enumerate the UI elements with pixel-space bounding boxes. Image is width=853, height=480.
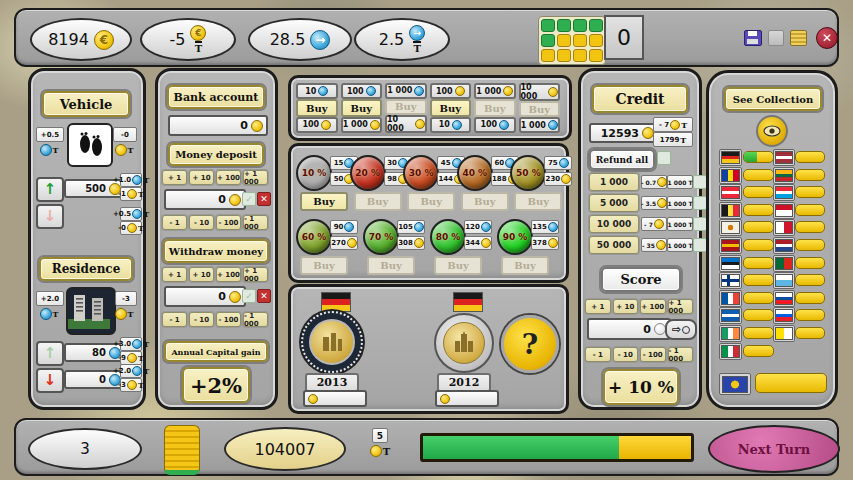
exchange-buy-button[interactable]: Buy (430, 99, 472, 116)
loan-amount-button[interactable]: 50 000 (589, 236, 639, 254)
loan-amount-button[interactable]: 1 000 (589, 173, 639, 191)
withdraw-plus-button[interactable]: + 100 (216, 267, 241, 282)
market-price-money: 230 (544, 172, 572, 186)
deposit-minus-button[interactable]: - 1 000 (243, 215, 268, 230)
mini-grid-cell-yellow (573, 49, 587, 62)
refund-confirm-icon[interactable] (657, 151, 671, 165)
year-progress-fill (423, 436, 619, 459)
euro-coin-2013[interactable] (301, 311, 363, 373)
withdraw-plus-row: + 1+ 10+ 100+ 1 000 (162, 267, 268, 280)
vehicle-downgrade-gain: +0.5T (120, 207, 142, 221)
value: 90 (334, 223, 344, 231)
slovakia-flag (775, 292, 793, 305)
score-convert-button[interactable]: ⇨ (665, 319, 697, 340)
value: 10 000 (521, 83, 547, 101)
save-icon[interactable] (744, 30, 762, 46)
loan-take-icon[interactable] (693, 196, 707, 210)
market-offer: 70 %105308Buy (363, 218, 427, 274)
score-plus-button[interactable]: + 1 000 (668, 299, 694, 314)
residence-image[interactable] (66, 287, 116, 335)
market-price-money: 344 (464, 236, 492, 250)
income-per-turn-top: 5 (372, 428, 388, 443)
exchange-pay-amount: 10 000 (385, 115, 427, 133)
income-per-turn-unit: T (368, 444, 392, 458)
next-turn-button[interactable]: Next Turn (708, 425, 840, 473)
buildings-icon (68, 289, 110, 329)
withdraw-confirm-icon[interactable]: ✓ (242, 289, 256, 303)
value: +1.0 (113, 176, 131, 184)
score-minus-button[interactable]: - 1 (585, 347, 611, 362)
withdraw-plus-button[interactable]: + 1 (162, 267, 187, 282)
deposit-plus-button[interactable]: + 100 (216, 170, 241, 185)
blank-tool-icon[interactable] (768, 30, 784, 46)
deposit-minus-button[interactable]: - 1 (162, 215, 187, 230)
ireland-flag-box (719, 325, 742, 342)
withdraw-minus-button[interactable]: - 1 000 (243, 312, 268, 327)
deposit-cancel-icon[interactable]: ✕ (257, 192, 271, 206)
portugal-flag (775, 257, 793, 270)
point-coin-icon (414, 86, 424, 96)
value: 230 (546, 175, 561, 183)
deposit-plus-button[interactable]: + 1 (162, 170, 187, 185)
deposit-confirm-icon[interactable]: ✓ (242, 192, 256, 206)
score-plus-button[interactable]: + 1 (585, 299, 611, 314)
deposit-minus-button[interactable]: - 100 (216, 215, 241, 230)
loan-rate-box: - 0.7 (641, 175, 667, 189)
withdraw-plus-button[interactable]: + 1 000 (243, 267, 268, 282)
slovenia-flag-box (773, 307, 795, 324)
score-plus-button[interactable]: + 10 (613, 299, 639, 314)
exchange-pay-amount: 100 (296, 117, 338, 133)
residence-downgrade-button[interactable]: ↓ (36, 368, 64, 393)
withdraw-minus-button[interactable]: - 10 (189, 312, 214, 327)
point-coin-icon (132, 339, 142, 349)
credit-per-turn-box: - 7 T (653, 117, 693, 132)
residence-title: Residence (39, 257, 133, 281)
market-price-points: 120 (464, 220, 492, 234)
see-collection-button[interactable]: See Collection (724, 87, 822, 111)
score-plus-button[interactable]: + 100 (640, 299, 666, 314)
mystery-coin[interactable]: ? (501, 315, 559, 373)
market-offer: 20 %3098Buy (350, 154, 401, 210)
vehicle-image[interactable] (67, 123, 113, 167)
refund-all-button[interactable]: Refund all (589, 149, 655, 170)
vehicle-gain-value: +0.5 (41, 131, 59, 139)
euro-coin-2012[interactable] (434, 313, 494, 373)
mini-grid-cell-yellow (589, 34, 603, 47)
deposit-plus-button[interactable]: + 1 000 (243, 170, 268, 185)
exchange-buy-button: Buy (385, 99, 427, 115)
deposit-plus-button[interactable]: + 10 (189, 170, 214, 185)
withdraw-cancel-icon[interactable]: ✕ (257, 289, 271, 303)
deposit-field: 0 (164, 189, 246, 210)
score-plus-row: + 1+ 10+ 100+ 1 000 (585, 299, 693, 312)
view-collection-eye-button[interactable] (756, 115, 788, 147)
exchange-get-amount: 1 000 (474, 83, 516, 99)
exchange-buy-button[interactable]: Buy (296, 99, 338, 116)
loan-amount-button[interactable]: 5 000 (589, 194, 639, 212)
deposit-minus-button[interactable]: - 10 (189, 215, 214, 230)
exchange-buy-button[interactable]: Buy (341, 99, 383, 116)
notes-icon[interactable] (790, 30, 807, 46)
residence-upgrade-button[interactable]: ↑ (36, 341, 64, 366)
close-icon[interactable]: ✕ (816, 27, 838, 49)
market-buy-button: Buy (300, 256, 348, 275)
market-buy-button[interactable]: Buy (300, 192, 348, 211)
value: 50 (334, 175, 344, 183)
withdraw-minus-button[interactable]: - 1 (162, 312, 187, 327)
score-minus-button[interactable]: - 100 (640, 347, 666, 362)
money-coin-icon (654, 219, 664, 229)
score-minus-button[interactable]: - 10 (613, 347, 639, 362)
loan-take-icon[interactable] (693, 217, 707, 231)
vehicle-upgrade-button[interactable]: ↑ (36, 177, 64, 202)
point-coin-icon (318, 86, 328, 96)
withdraw-plus-button[interactable]: + 10 (189, 267, 214, 282)
loan-take-icon[interactable] (693, 238, 707, 252)
point-coin-icon (40, 308, 52, 320)
exchange-offer: 100Buy1 000 (341, 83, 383, 133)
money-coin-icon (455, 86, 465, 96)
loan-amount-button[interactable]: 10 000 (589, 215, 639, 233)
withdraw-minus-button[interactable]: - 100 (216, 312, 241, 327)
vehicle-downgrade-button[interactable]: ↓ (36, 204, 64, 229)
loan-take-icon[interactable] (693, 175, 707, 189)
score-minus-button[interactable]: - 1 000 (668, 347, 694, 362)
residence-upgrade-price: 80 (92, 347, 106, 358)
